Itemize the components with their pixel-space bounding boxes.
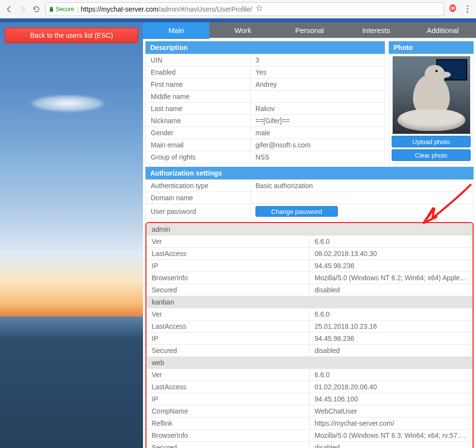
field-value: 25.01.2018.10.23.16 xyxy=(310,320,473,333)
field-value: Mozilla/5.0 (Windows NT 6.2; Win64; x64)… xyxy=(310,272,473,284)
field-value: 3 xyxy=(251,54,385,66)
lock-icon xyxy=(49,6,54,12)
field-key: BrowserInfo xyxy=(147,272,310,284)
field-key: LastAccess xyxy=(147,248,310,260)
field-value xyxy=(251,91,385,103)
field-key: LastAccess xyxy=(147,381,310,393)
table-row[interactable]: Main emailgifer@nsoft-s.com xyxy=(146,139,385,151)
field-key: IP xyxy=(147,393,310,405)
photo-header: Photo xyxy=(389,41,474,54)
upload-photo-button[interactable]: Upload photo xyxy=(392,136,471,147)
field-key: Secured xyxy=(147,442,310,448)
star-icon[interactable] xyxy=(255,4,263,14)
tab-main[interactable]: Main xyxy=(143,22,209,38)
tab-personal[interactable]: Personal xyxy=(276,22,343,38)
address-bar[interactable]: Secure | https://mychat-server.com/admin… xyxy=(46,2,444,16)
description-header: Description xyxy=(145,41,385,54)
back-button-label: Back to the users list (ESC) xyxy=(30,32,113,39)
session-group-label: web xyxy=(147,357,473,369)
field-value: 6.6.0 xyxy=(310,369,473,381)
back-button[interactable]: Back to the users list (ESC) xyxy=(5,28,138,43)
field-key: UIN xyxy=(146,54,251,66)
wallpaper-cloud xyxy=(19,90,116,114)
table-row[interactable]: Middle name xyxy=(146,91,385,103)
field-value: disabled xyxy=(310,442,473,448)
opera-icon[interactable] xyxy=(449,4,457,14)
field-key: Domain name xyxy=(146,192,251,204)
field-key: Group of rights xyxy=(146,151,251,163)
table-row: BrowserInfoMozilla/5.0 (Windows NT 6.3; … xyxy=(147,430,473,442)
auth-table: Authentication typeBasic authorizationDo… xyxy=(145,179,474,219)
session-group-label: kanban xyxy=(147,296,473,308)
field-key: Reflink xyxy=(147,417,310,430)
clear-photo-button[interactable]: Clear photo xyxy=(392,149,471,161)
table-row[interactable]: Last nameRakov xyxy=(146,103,385,115)
table-row: Secureddisabled xyxy=(147,442,473,448)
table-row[interactable]: EnabledYes xyxy=(146,66,385,79)
reload-icon[interactable] xyxy=(32,5,41,14)
sessions-table: adminVer6.6.0LastAccess08.02.2018.13.40.… xyxy=(146,223,473,448)
tab-interests[interactable]: Interests xyxy=(343,22,409,38)
field-key: Secured xyxy=(147,284,310,296)
back-nav-icon[interactable] xyxy=(5,5,14,14)
table-row: BrowserInfoMozilla/5.0 (Windows NT 6.2; … xyxy=(147,272,473,284)
wallpaper-lake xyxy=(0,317,143,448)
table-row[interactable]: First nameAndrey xyxy=(146,79,385,91)
field-key: Authentication type xyxy=(146,180,251,192)
field-key: IP xyxy=(147,260,310,272)
field-value: Yes xyxy=(251,66,385,79)
menu-icon[interactable] xyxy=(463,5,471,13)
field-value: Mozilla/5.0 (Windows NT 6.3; Win64; x64;… xyxy=(310,430,473,442)
field-value: Basic authorization xyxy=(251,180,474,192)
table-row: User passwordChange password xyxy=(146,204,474,219)
field-key: Ver xyxy=(147,369,310,381)
field-key: Nickname xyxy=(146,115,251,127)
table-row: LastAccess08.02.2018.13.40.30 xyxy=(147,248,473,260)
field-value: disabled xyxy=(310,284,473,296)
table-row[interactable]: UIN3 xyxy=(146,54,385,66)
table-row: Ver6.6.0 xyxy=(147,236,473,248)
field-value: WebChatUser xyxy=(310,405,473,417)
browser-toolbar: Secure | https://mychat-server.com/admin… xyxy=(0,0,476,18)
secure-indicator: Secure xyxy=(49,6,74,13)
table-row: IP94.45.98.236 xyxy=(147,333,473,345)
field-value: 6.6.0 xyxy=(310,308,473,320)
field-value: 08.02.2018.13.40.30 xyxy=(310,248,473,260)
field-value: disabled xyxy=(310,345,473,357)
table-row: Reflinkhttps://mychat-server.com/ xyxy=(147,417,473,430)
sessions-block: adminVer6.6.0LastAccess08.02.2018.13.40.… xyxy=(145,222,474,448)
field-key: CompName xyxy=(147,405,310,417)
field-value: 01.02.2018.20.06.40 xyxy=(310,381,473,393)
table-row[interactable]: Domain name xyxy=(146,192,474,204)
session-group[interactable]: web xyxy=(147,357,473,369)
field-key: First name xyxy=(146,79,251,91)
table-row: LastAccess01.02.2018.20.06.40 xyxy=(147,381,473,393)
field-value: NSS xyxy=(251,151,385,163)
field-value: male xyxy=(251,127,385,139)
tabs: MainWorkPersonalInterestsAdditional xyxy=(143,22,476,38)
svg-point-1 xyxy=(451,6,454,11)
field-value xyxy=(251,192,474,204)
tab-work[interactable]: Work xyxy=(209,22,276,38)
table-row[interactable]: Authentication typeBasic authorization xyxy=(146,180,474,192)
field-key: Gender xyxy=(146,127,251,139)
table-row: Ver6.6.0 xyxy=(147,369,473,381)
table-row: LastAccess25.01.2018.10.23.16 xyxy=(147,320,473,333)
table-row[interactable]: Group of rightsNSS xyxy=(146,151,385,163)
session-group[interactable]: kanban xyxy=(147,296,473,308)
field-key: Ver xyxy=(147,236,310,248)
field-value: https://mychat-server.com/ xyxy=(310,417,473,430)
change-password-button[interactable]: Change password xyxy=(255,206,338,217)
field-value: gifer@nsoft-s.com xyxy=(251,139,385,151)
table-row: CompNameWebChatUser xyxy=(147,405,473,417)
table-row[interactable]: Nickname==[Gifer]== xyxy=(146,115,385,127)
field-value: 94.45.106.100 xyxy=(310,393,473,405)
tab-additional[interactable]: Additional xyxy=(410,22,476,38)
session-group[interactable]: admin xyxy=(147,224,473,236)
field-key: Main email xyxy=(146,139,251,151)
description-table: UIN3EnabledYesFirst nameAndreyMiddle nam… xyxy=(145,54,385,163)
forward-nav-icon[interactable] xyxy=(18,5,27,14)
table-row[interactable]: Gendermale xyxy=(146,127,385,139)
url-text: | https://mychat-server.com/admin/#/navU… xyxy=(77,5,253,13)
field-key: BrowserInfo xyxy=(147,430,310,442)
